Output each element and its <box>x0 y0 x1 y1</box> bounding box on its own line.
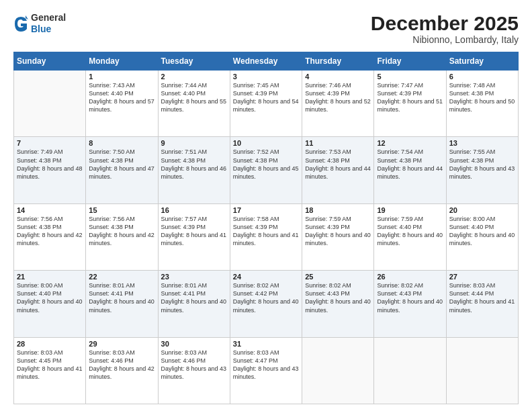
table-row: 23Sunrise: 8:01 AMSunset: 4:41 PMDayligh… <box>158 271 230 337</box>
day-number: 2 <box>161 73 227 81</box>
day-info: Sunrise: 7:54 AMSunset: 4:38 PMDaylight:… <box>377 148 443 181</box>
day-number: 28 <box>17 340 83 348</box>
day-info: Sunrise: 8:03 AMSunset: 4:47 PMDaylight:… <box>233 349 299 381</box>
logo: General Blue <box>13 12 66 35</box>
day-number: 30 <box>161 340 227 348</box>
table-row <box>446 337 518 404</box>
table-row: 25Sunrise: 8:02 AMSunset: 4:43 PMDayligh… <box>302 271 374 337</box>
table-row: 16Sunrise: 7:57 AMSunset: 4:39 PMDayligh… <box>158 203 230 270</box>
day-number: 27 <box>449 273 515 281</box>
day-info: Sunrise: 7:45 AMSunset: 4:39 PMDaylight:… <box>233 81 299 114</box>
day-info: Sunrise: 8:02 AMSunset: 4:43 PMDaylight:… <box>305 281 371 314</box>
day-info: Sunrise: 7:59 AMSunset: 4:39 PMDaylight:… <box>305 215 371 248</box>
day-info: Sunrise: 8:03 AMSunset: 4:44 PMDaylight:… <box>449 281 515 314</box>
day-info: Sunrise: 7:44 AMSunset: 4:40 PMDaylight:… <box>161 81 227 114</box>
day-info: Sunrise: 7:52 AMSunset: 4:38 PMDaylight:… <box>233 148 299 181</box>
day-info: Sunrise: 7:46 AMSunset: 4:39 PMDaylight:… <box>305 81 371 114</box>
day-info: Sunrise: 8:02 AMSunset: 4:43 PMDaylight:… <box>377 281 443 314</box>
day-number: 15 <box>89 206 154 214</box>
table-row: 28Sunrise: 8:03 AMSunset: 4:45 PMDayligh… <box>14 337 86 404</box>
day-info: Sunrise: 8:00 AMSunset: 4:40 PMDaylight:… <box>17 281 83 314</box>
day-number: 17 <box>233 206 299 214</box>
header-saturday: Saturday <box>446 52 518 71</box>
table-row <box>14 71 86 137</box>
table-row: 14Sunrise: 7:56 AMSunset: 4:38 PMDayligh… <box>14 203 86 270</box>
day-number: 10 <box>233 139 299 147</box>
day-number: 3 <box>233 73 299 81</box>
day-info: Sunrise: 7:55 AMSunset: 4:38 PMDaylight:… <box>449 148 515 181</box>
table-row: 24Sunrise: 8:02 AMSunset: 4:42 PMDayligh… <box>230 271 302 337</box>
title-block: December 2025 Nibionno, Lombardy, Italy <box>371 12 519 45</box>
day-info: Sunrise: 7:50 AMSunset: 4:38 PMDaylight:… <box>89 148 154 181</box>
table-row: 11Sunrise: 7:53 AMSunset: 4:38 PMDayligh… <box>302 137 374 203</box>
table-row <box>374 337 446 404</box>
day-number: 13 <box>449 139 515 147</box>
header-wednesday: Wednesday <box>230 52 302 71</box>
day-number: 5 <box>377 73 443 81</box>
table-row: 7Sunrise: 7:49 AMSunset: 4:38 PMDaylight… <box>14 137 86 203</box>
table-row: 15Sunrise: 7:56 AMSunset: 4:38 PMDayligh… <box>86 203 158 270</box>
table-row: 20Sunrise: 8:00 AMSunset: 4:40 PMDayligh… <box>446 203 518 270</box>
header: General Blue December 2025 Nibionno, Lom… <box>13 12 519 45</box>
day-number: 22 <box>89 273 154 281</box>
day-info: Sunrise: 7:56 AMSunset: 4:38 PMDaylight:… <box>17 215 83 248</box>
header-sunday: Sunday <box>14 52 86 71</box>
day-number: 23 <box>161 273 227 281</box>
table-row <box>302 337 374 404</box>
day-number: 8 <box>89 139 154 147</box>
page: General Blue December 2025 Nibionno, Lom… <box>0 0 532 411</box>
table-row: 19Sunrise: 7:59 AMSunset: 4:40 PMDayligh… <box>374 203 446 270</box>
day-number: 16 <box>161 206 227 214</box>
day-info: Sunrise: 8:01 AMSunset: 4:41 PMDaylight:… <box>89 281 154 314</box>
day-info: Sunrise: 7:59 AMSunset: 4:40 PMDaylight:… <box>377 215 443 248</box>
day-info: Sunrise: 8:01 AMSunset: 4:41 PMDaylight:… <box>161 281 227 314</box>
table-row: 9Sunrise: 7:51 AMSunset: 4:38 PMDaylight… <box>158 137 230 203</box>
table-row: 3Sunrise: 7:45 AMSunset: 4:39 PMDaylight… <box>230 71 302 137</box>
day-info: Sunrise: 8:03 AMSunset: 4:46 PMDaylight:… <box>89 349 154 381</box>
day-number: 20 <box>449 206 515 214</box>
day-number: 29 <box>89 340 154 348</box>
day-number: 12 <box>377 139 443 147</box>
day-info: Sunrise: 7:56 AMSunset: 4:38 PMDaylight:… <box>89 215 154 248</box>
day-number: 25 <box>305 273 371 281</box>
day-number: 24 <box>233 273 299 281</box>
table-row: 10Sunrise: 7:52 AMSunset: 4:38 PMDayligh… <box>230 137 302 203</box>
table-row: 18Sunrise: 7:59 AMSunset: 4:39 PMDayligh… <box>302 203 374 270</box>
header-thursday: Thursday <box>302 52 374 71</box>
calendar-week-row: 1Sunrise: 7:43 AMSunset: 4:40 PMDaylight… <box>14 71 519 137</box>
day-info: Sunrise: 8:00 AMSunset: 4:40 PMDaylight:… <box>449 215 515 248</box>
table-row: 6Sunrise: 7:48 AMSunset: 4:38 PMDaylight… <box>446 71 518 137</box>
day-number: 14 <box>17 206 83 214</box>
header-friday: Friday <box>374 52 446 71</box>
calendar-week-row: 7Sunrise: 7:49 AMSunset: 4:38 PMDaylight… <box>14 137 519 203</box>
day-info: Sunrise: 7:48 AMSunset: 4:38 PMDaylight:… <box>449 81 515 114</box>
day-info: Sunrise: 7:58 AMSunset: 4:39 PMDaylight:… <box>233 215 299 248</box>
table-row: 27Sunrise: 8:03 AMSunset: 4:44 PMDayligh… <box>446 271 518 337</box>
day-number: 9 <box>161 139 227 147</box>
logo-text: General Blue <box>31 12 66 35</box>
logo-icon <box>13 14 28 33</box>
table-row: 30Sunrise: 8:03 AMSunset: 4:46 PMDayligh… <box>158 337 230 404</box>
day-info: Sunrise: 7:47 AMSunset: 4:39 PMDaylight:… <box>377 81 443 114</box>
table-row: 17Sunrise: 7:58 AMSunset: 4:39 PMDayligh… <box>230 203 302 270</box>
calendar-week-row: 21Sunrise: 8:00 AMSunset: 4:40 PMDayligh… <box>14 271 519 337</box>
table-row: 21Sunrise: 8:00 AMSunset: 4:40 PMDayligh… <box>14 271 86 337</box>
header-monday: Monday <box>86 52 158 71</box>
day-number: 26 <box>377 273 443 281</box>
day-info: Sunrise: 7:51 AMSunset: 4:38 PMDaylight:… <box>161 148 227 181</box>
calendar-week-row: 28Sunrise: 8:03 AMSunset: 4:45 PMDayligh… <box>14 337 519 404</box>
day-info: Sunrise: 7:57 AMSunset: 4:39 PMDaylight:… <box>161 215 227 248</box>
table-row: 22Sunrise: 8:01 AMSunset: 4:41 PMDayligh… <box>86 271 158 337</box>
table-row: 2Sunrise: 7:44 AMSunset: 4:40 PMDaylight… <box>158 71 230 137</box>
day-number: 6 <box>449 73 515 81</box>
day-number: 19 <box>377 206 443 214</box>
day-info: Sunrise: 8:02 AMSunset: 4:42 PMDaylight:… <box>233 281 299 314</box>
logo-blue-text: Blue <box>31 24 51 34</box>
table-row: 4Sunrise: 7:46 AMSunset: 4:39 PMDaylight… <box>302 71 374 137</box>
day-info: Sunrise: 7:53 AMSunset: 4:38 PMDaylight:… <box>305 148 371 181</box>
day-number: 1 <box>89 73 154 81</box>
day-number: 21 <box>17 273 83 281</box>
table-row: 12Sunrise: 7:54 AMSunset: 4:38 PMDayligh… <box>374 137 446 203</box>
day-number: 7 <box>17 139 83 147</box>
header-tuesday: Tuesday <box>158 52 230 71</box>
